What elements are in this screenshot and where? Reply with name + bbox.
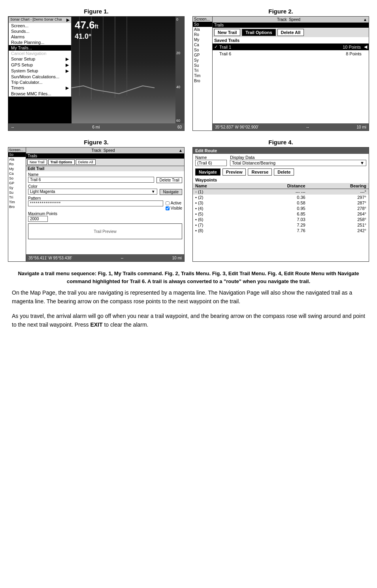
fig3-menu-gp: GP (8, 181, 26, 185)
fig2-new-trail-btn[interactable]: New Trail (214, 29, 240, 36)
menu-gps-setup[interactable]: GPS Setup▶ (9, 62, 71, 68)
wp-distance: 7.03 (241, 217, 308, 222)
fig3-color-label: Color (28, 184, 157, 189)
caption-text: Navigate a trail menu sequence: Fig. 1, … (16, 270, 361, 285)
fig4-col-distance: Distance (241, 183, 308, 189)
fig3-color-section: Color Light Magenta ▼ (28, 184, 157, 195)
fig3-pattern-value[interactable]: **************** (28, 200, 163, 206)
wp-bearing: 287° (308, 200, 369, 206)
fig4-wp-row[interactable]: • (8) 7.76 242° (193, 228, 369, 233)
fig4-wp-row[interactable]: • (5) 6.85 264° (193, 211, 369, 217)
fig4-wp-row[interactable]: • (2) 0.36 297° (193, 195, 369, 200)
fig4-display-value[interactable]: Total Distance/Bearing ▼ (230, 160, 366, 166)
fig3-delete-btn[interactable]: Delete Trail (156, 177, 182, 183)
fig1-menu: Sonar Chart - [Demo Sonar Chart.blg] ▶ S… (8, 17, 72, 97)
figure-4-title: Figure 4. (192, 139, 369, 146)
fig3-menu-my: My (8, 166, 26, 171)
trail-6-points: 8 Points (346, 51, 362, 56)
fig2-menu-gp: GP (193, 53, 212, 58)
fig2-menu-bro: Bro (193, 78, 212, 83)
fig4-navigate-btn[interactable]: Navigate (195, 168, 221, 176)
wp-name: • (2) (193, 195, 241, 200)
speed-display: 47.6ft (75, 19, 98, 31)
wp-bearing: 264° (308, 211, 369, 217)
fig4-name-display-row: Name (Trail 6) Display Data Total Distan… (193, 154, 369, 167)
fig3-tab-delete-all[interactable]: Delete All (76, 159, 96, 165)
menu-system-setup[interactable]: System Setup▶ (9, 68, 71, 74)
fig3-max-points-value[interactable]: 2000 (28, 216, 48, 222)
fig4-display-label: Display Data (230, 155, 366, 160)
fig3-active-checkbox[interactable] (166, 201, 170, 205)
fig4-wp-row[interactable]: • (4) 0.95 278° (193, 206, 369, 211)
fig3-name-value[interactable]: Trail 6 (28, 177, 154, 183)
menu-sun-moon[interactable]: Sun/Moon Calculations... (9, 74, 71, 79)
fig2-menu-sy: Sy (193, 58, 212, 63)
fig2-header: Track Speed ▲ (213, 17, 369, 23)
fig4-preview-btn[interactable]: Preview (222, 168, 246, 176)
fig3-menu-so2: So (8, 176, 26, 181)
menu-sonar-setup[interactable]: Sonar Setup▶ (9, 56, 71, 62)
fig2-bottom-arrow: ↔ (305, 125, 309, 129)
fig3-tab-new-trail[interactable]: New Trail (27, 159, 47, 165)
menu-sounds[interactable]: Sounds... (9, 28, 71, 34)
fig4-wp-row[interactable]: • (6) 7.03 258° (193, 217, 369, 222)
menu-browse-mmc[interactable]: Browse MMC Files... (9, 91, 71, 96)
menu-route-planning[interactable]: Route Planning... (9, 40, 71, 45)
fig3-visible-label: Visible (171, 206, 182, 210)
figures-row-2: Figure 3. Screen... So Ala Ro My Ca So G… (8, 139, 369, 262)
fig4-display-section: Display Data Total Distance/Bearing ▼ (230, 155, 366, 166)
fig2-layout: Screen... So Ala Ro My Ca So GP Sy Su Tr… (193, 17, 369, 130)
sonar-display: 47.6ft 41.0° 0 20 40 60 (72, 17, 184, 130)
fig4-wp-row[interactable]: • (7) 7.29 251° (193, 222, 369, 228)
fig2-trail-options-btn[interactable]: Trail Options (242, 29, 275, 36)
fig3-trail-preview-box: Trail Preview (28, 223, 182, 239)
fig3-menu-tim: Tim (8, 200, 26, 204)
menu-cancel-nav[interactable]: Cancel Navigation (9, 51, 71, 56)
fig4-name-value[interactable]: (Trail 6) (195, 160, 227, 166)
fig3-name-section: Name Trail 6 (28, 172, 154, 183)
trail-1-icon: ◀ (364, 44, 367, 49)
menu-screen[interactable]: Screen... (9, 23, 71, 28)
fig3-menu-ro: Ro (8, 162, 26, 166)
wp-name: • (5) (193, 211, 241, 217)
fig2-saved-trails-title: Saved Trails (213, 37, 369, 43)
trail-1-points: 10 Points (343, 45, 361, 49)
fig3-submenu: Trails (26, 153, 184, 159)
fig4-wp-row[interactable]: • (3) 0.58 287° (193, 200, 369, 206)
fig4-delete-btn[interactable]: Delete (274, 168, 294, 176)
fig3-visible-row: Visible (166, 206, 182, 210)
fig3-left-menu: Screen... So Ala Ro My Ca So GP Sy Su Tr… (8, 147, 26, 261)
fig2-delete-all-btn[interactable]: Delete All (277, 29, 304, 36)
menu-my-trails[interactable]: My Trails... (9, 45, 71, 51)
wp-distance: --- --- (241, 189, 308, 195)
fig3-tab-trail-options[interactable]: Trail Options (48, 159, 75, 165)
fig4-waypoints-table: Name Distance Bearing ◦ (1) --- --- ---°… (193, 183, 369, 233)
fig4-wp-row[interactable]: ◦ (1) --- --- ---° (193, 189, 369, 195)
fig4-reverse-btn[interactable]: Reverse (248, 168, 272, 176)
depth-display: 41.0° (75, 32, 91, 41)
fig3-navigate-btn[interactable]: Navigate (160, 189, 182, 195)
wp-distance: 0.95 (241, 206, 308, 211)
menu-alarms[interactable]: Alarms (9, 34, 71, 40)
fig3-menu-screen: Screen... (8, 147, 26, 152)
fig2-trail-6-row[interactable]: ✓ Trail 6 8 Points – (213, 50, 369, 57)
wp-name: • (7) (193, 222, 241, 228)
menu-timers[interactable]: Timers▶ (9, 85, 71, 91)
body-paragraph-1: On the Map Page, the trail you are navig… (12, 288, 365, 306)
fig3-color-value[interactable]: Light Magenta ▼ (28, 189, 157, 195)
figure-3-block: Figure 3. Screen... So Ala Ro My Ca So G… (8, 139, 185, 262)
body2-exit: EXIT (90, 321, 102, 328)
wp-bearing: 242° (308, 228, 369, 233)
fig3-visible-checkbox[interactable] (166, 206, 170, 210)
fig4-buttons-row: Navigate Preview Reverse Delete (193, 167, 369, 177)
fig2-trail-1-row[interactable]: ✓ Trail 1 10 Points ◀ (213, 43, 369, 50)
fig3-checkboxes: Active Visible (166, 196, 182, 210)
fig1-header-title: Sonar Chart - [Demo Sonar Chart.blg] (10, 17, 62, 23)
fig4-waypoints-title: Waypoints (193, 177, 369, 183)
fig3-active-row: Active (166, 201, 182, 205)
fig3-menu-ala: Ala (8, 157, 26, 162)
fig3-top-row: Name Trail 6 Delete Trail (28, 172, 182, 183)
figure-1-box: Sonar Chart - [Demo Sonar Chart.blg] ▶ S… (8, 16, 185, 131)
menu-trip-calc[interactable]: Trip Calculator... (9, 79, 71, 85)
fig3-bottom-arrow: ↔ (120, 256, 124, 260)
